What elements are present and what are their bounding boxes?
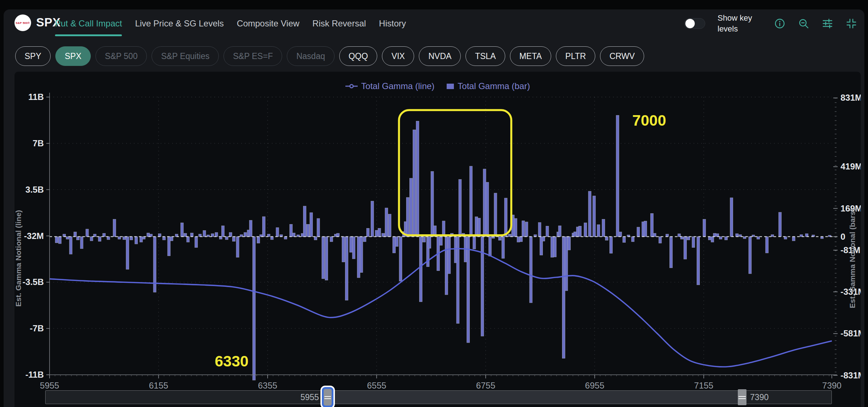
slider-right-handle[interactable]: [738, 389, 746, 405]
svg-text:3.5B: 3.5B: [25, 185, 44, 194]
slider-left-value: 5955: [301, 390, 319, 404]
legend-bar-marker: [447, 84, 454, 89]
gamma-chart-svg[interactable]: 59556155635565556755695571557390Strike11…: [14, 72, 861, 407]
annotation-6330: 6330: [215, 353, 248, 370]
ticker-pill-s-p-500[interactable]: S&P 500: [95, 46, 147, 66]
svg-text:6955: 6955: [585, 381, 604, 390]
left-axis-title: Est. Gamma Notional (line): [14, 210, 22, 307]
svg-text:0: 0: [841, 232, 845, 242]
legend-item-total-gamma-line[interactable]: Total Gamma (line): [345, 81, 435, 91]
header: S&P 500® SPX Put & Call ImpactLive Price…: [4, 9, 864, 38]
svg-text:6555: 6555: [367, 381, 386, 390]
info-icon[interactable]: [774, 18, 786, 29]
tab-live-price-sg-levels[interactable]: Live Price & SG Levels: [135, 9, 224, 38]
ticker-pill-spx[interactable]: SPX: [55, 46, 91, 66]
slider-handle-grip: [324, 389, 332, 406]
svg-text:6355: 6355: [258, 381, 277, 390]
strike-range-slider: 5955 7390: [45, 390, 832, 404]
ticker-pill-s-p-equities[interactable]: S&P Equities: [152, 46, 219, 66]
svg-text:7155: 7155: [694, 381, 713, 390]
svg-text:831M: 831M: [841, 93, 861, 102]
svg-text:7390: 7390: [822, 381, 841, 390]
ticker-pill-vix[interactable]: VIX: [382, 46, 414, 66]
svg-text:6755: 6755: [476, 381, 495, 390]
header-controls: Show key levels: [684, 9, 857, 38]
ticker-pill-spy[interactable]: SPY: [15, 46, 51, 66]
svg-text:-7B: -7B: [30, 323, 44, 333]
ticker-pill-nvda[interactable]: NVDA: [419, 46, 461, 66]
sp500-logo: S&P 500®: [14, 14, 31, 31]
show-key-levels-toggle[interactable]: [684, 18, 705, 29]
svg-text:-11B: -11B: [25, 370, 44, 379]
svg-text:11B: 11B: [28, 92, 44, 102]
tab-risk-reversal[interactable]: Risk Reversal: [312, 9, 366, 38]
svg-text:-3.5B: -3.5B: [22, 277, 44, 287]
gamma-line: [50, 249, 832, 367]
zoom-out-icon[interactable]: [798, 18, 809, 29]
svg-text:-32M: -32M: [24, 231, 44, 241]
chart-panel: 59556155635565556755695571557390Strike11…: [14, 72, 861, 407]
svg-text:5955: 5955: [40, 381, 59, 390]
legend-label: Total Gamma (bar): [458, 81, 530, 91]
ticker-pill-s-p-es-f[interactable]: S&P ES=F: [224, 46, 282, 66]
svg-text:7B: 7B: [33, 138, 44, 148]
tab-history[interactable]: History: [379, 9, 406, 38]
svg-text:6155: 6155: [149, 381, 168, 390]
tab-bar: Put & Call ImpactLive Price & SG LevelsC…: [55, 9, 406, 38]
main-card: S&P 500® SPX Put & Call ImpactLive Price…: [4, 9, 864, 407]
right-axis-title: Est. Gamma Notional (bars): [848, 209, 856, 308]
slider-handle-grip: [738, 389, 746, 405]
ticker-pill-row: SPYSPXS&P 500S&P EquitiesS&P ES=FNasdaqQ…: [15, 46, 644, 66]
ticker-pill-meta[interactable]: META: [510, 46, 551, 66]
legend-label: Total Gamma (line): [361, 81, 435, 91]
slider-left-handle[interactable]: [322, 387, 333, 407]
svg-text:-831M: -831M: [841, 370, 861, 380]
legend-line-marker: [345, 84, 358, 89]
ticker-pill-pltr[interactable]: PLTR: [556, 46, 595, 66]
chart-legend: Total Gamma (line)Total Gamma (bar): [14, 81, 861, 91]
app-root: S&P 500® SPX Put & Call ImpactLive Price…: [0, 0, 868, 407]
ticker-pill-nasdaq[interactable]: Nasdaq: [287, 46, 334, 66]
sp500-logo-text: S&P 500®: [16, 21, 30, 25]
slider-selected-range[interactable]: [328, 391, 742, 404]
ticker-pill-qqq[interactable]: QQQ: [339, 46, 378, 66]
annotation-7000: 7000: [632, 112, 666, 129]
ticker-pill-tsla[interactable]: TSLA: [465, 46, 505, 66]
svg-text:-581M: -581M: [841, 328, 861, 338]
tab-composite-view[interactable]: Composite View: [237, 9, 299, 38]
gamma-bars: [55, 115, 831, 380]
toggle-knob: [685, 19, 695, 28]
filter-sliders-icon[interactable]: [822, 18, 833, 29]
ticker-pill-crwv[interactable]: CRWV: [600, 46, 644, 66]
tab-put-call-impact[interactable]: Put & Call Impact: [55, 9, 122, 38]
legend-item-total-gamma-bar[interactable]: Total Gamma (bar): [447, 81, 530, 91]
slider-right-value: 7390: [750, 390, 769, 404]
show-key-levels-label: Show key levels: [718, 13, 762, 34]
svg-text:419M: 419M: [841, 161, 861, 171]
collapse-icon[interactable]: [846, 18, 857, 29]
